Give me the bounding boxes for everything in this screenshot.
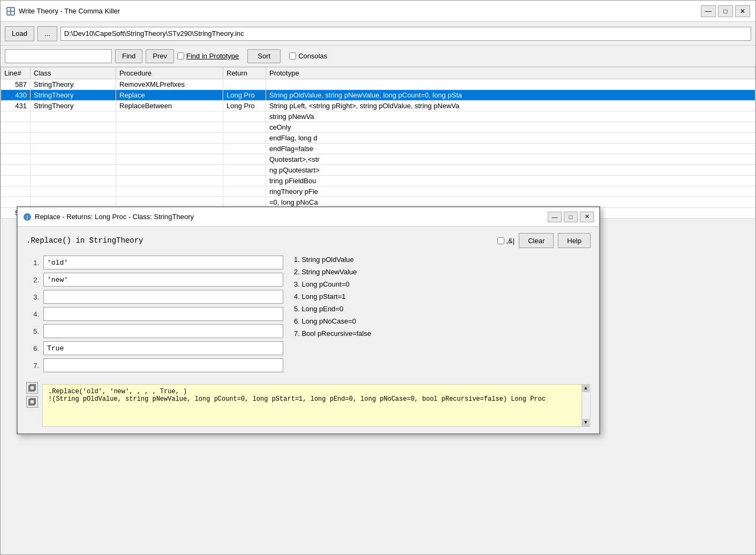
table-row[interactable]: Quotestart>,<str [1, 154, 755, 165]
popup-dialog: i Replace - Returns: Long Proc - Class: … [17, 206, 600, 434]
param-desc-4: 4. Long pStart=1 [294, 292, 591, 301]
cell-procedure [116, 144, 223, 154]
cell-prototype: tring pFieldBou [266, 176, 755, 186]
output-scrollbar[interactable]: ▲ ▼ [581, 385, 590, 426]
output-line-2: !(String pOldValue, string pNewValue, lo… [48, 395, 585, 403]
cell-prototype: endFlag=false [266, 144, 755, 154]
param-input-6[interactable] [43, 341, 283, 355]
close-button[interactable]: ✕ [735, 5, 750, 17]
param-input-7[interactable] [43, 358, 283, 372]
maximize-button[interactable]: □ [718, 5, 733, 17]
param-row-2: 2. [26, 273, 283, 287]
app-icon [6, 6, 16, 16]
cell-procedure [116, 176, 223, 186]
col-header-prototype: Prototype [266, 68, 755, 79]
param-input-5[interactable] [43, 324, 283, 338]
scroll-down-arrow[interactable]: ▼ [582, 419, 589, 426]
popup-checkbox-text: ,&| [506, 237, 515, 245]
main-window: Write Theory - The Comma Killer — □ ✕ Lo… [0, 0, 756, 555]
window-title: Write Theory - The Comma Killer [19, 7, 120, 15]
param-num-1: 1. [26, 259, 39, 267]
cell-return [223, 144, 266, 154]
table-row[interactable]: string pNewVa [1, 111, 755, 122]
table-row[interactable]: ng pQuotestart> [1, 165, 755, 176]
cell-prototype: Quotestart>,<str [266, 154, 755, 165]
cell-procedure [116, 111, 223, 122]
cell-procedure [116, 154, 223, 165]
cell-return [223, 79, 266, 90]
param-num-5: 5. [26, 327, 39, 335]
cell-return: Long Pro [223, 101, 266, 111]
table-wrapper: Line# Class Procedure Return Prototype 5… [1, 67, 755, 554]
output-normal-text: !(String pOldValue, string pNewValue, lo… [48, 395, 546, 403]
cell-return [223, 154, 266, 165]
param-input-2[interactable] [43, 273, 283, 287]
col-header-procedure: Procedure [116, 68, 223, 79]
cell-prototype: ceOnly [266, 122, 755, 133]
find-in-prototype-label: Find in Prototype [177, 52, 239, 60]
popup-header-row: .Replace() in StringTheory ,&| Clear Hel… [26, 233, 591, 248]
find-in-prototype-checkbox[interactable] [177, 52, 184, 59]
table-row[interactable]: endFlag, long d [1, 133, 755, 144]
param-desc-7: 7. Bool pRecursive=false [294, 329, 591, 338]
table-row[interactable]: ringTheory pFie [1, 186, 755, 197]
cell-prototype [266, 79, 755, 90]
scroll-up-arrow[interactable]: ▲ [582, 385, 589, 392]
path-field[interactable] [61, 27, 751, 41]
prev-button[interactable]: Prev [146, 49, 174, 63]
procedures-table: Line# Class Procedure Return Prototype 5… [1, 67, 755, 219]
cell-class: StringTheory [31, 101, 116, 111]
table-row[interactable]: ceOnly [1, 122, 755, 133]
consolas-checkbox[interactable] [289, 52, 296, 59]
cell-prototype: string pNewVa [266, 111, 755, 122]
table-row[interactable]: tring pFieldBou [1, 176, 755, 186]
param-num-6: 6. [26, 344, 39, 352]
param-input-3[interactable] [43, 290, 283, 304]
param-num-4: 4. [26, 310, 39, 318]
browse-button[interactable]: ... [37, 26, 57, 41]
cell-class [31, 122, 116, 133]
table-row[interactable]: 587 StringTheory RemoveXMLPrefixes [1, 79, 755, 90]
search-input[interactable] [5, 49, 112, 63]
svg-rect-3 [7, 12, 10, 14]
table-row[interactable]: 431 StringTheory ReplaceBetween Long Pro… [1, 101, 755, 111]
table-row[interactable]: endFlag=false [1, 144, 755, 154]
main-area[interactable]: Line# Class Procedure Return Prototype 5… [1, 67, 755, 554]
param-input-4[interactable] [43, 307, 283, 321]
cell-return: Long Pro [223, 90, 266, 101]
svg-rect-4 [11, 12, 14, 14]
sort-button[interactable]: Sort [247, 49, 281, 63]
load-button[interactable]: Load [5, 26, 34, 41]
popup-title-bar: i Replace - Returns: Long Proc - Class: … [18, 207, 599, 227]
table-row[interactable]: 430 StringTheory Replace Long Pro String… [1, 90, 755, 101]
svg-rect-1 [7, 8, 10, 11]
title-bar: Write Theory - The Comma Killer — □ ✕ [1, 1, 755, 22]
help-button[interactable]: Help [558, 233, 591, 248]
consolas-text: Consolas [298, 52, 327, 60]
param-row-7: 7. [26, 358, 283, 372]
cell-line: 430 [1, 90, 31, 101]
cell-return [223, 122, 266, 133]
clear-button[interactable]: Clear [519, 233, 554, 248]
cell-prototype: ringTheory pFie [266, 186, 755, 197]
copy-button-1[interactable] [26, 382, 38, 394]
find-in-prototype-text: Find in Prototype [186, 52, 239, 60]
output-highlight-text: .Replace('old', 'new', , , , True, ) [48, 388, 187, 395]
cell-line [1, 144, 31, 154]
cell-return [223, 111, 266, 122]
param-input-1[interactable] [43, 256, 283, 269]
cell-class [31, 144, 116, 154]
output-area: .Replace('old', 'new', , , , True, ) !(S… [42, 384, 591, 427]
popup-title-text: Replace - Returns: Long Proc - Class: St… [35, 213, 194, 221]
popup-minimize-button[interactable]: — [548, 212, 562, 222]
popup-checkbox-label: ,&| [497, 237, 515, 245]
popup-maximize-button[interactable]: □ [564, 212, 578, 222]
popup-checkbox[interactable] [497, 237, 504, 244]
popup-close-button[interactable]: ✕ [580, 212, 594, 222]
col-header-class: Class [31, 68, 116, 79]
find-button[interactable]: Find [115, 49, 142, 63]
minimize-button[interactable]: — [701, 5, 716, 17]
cell-return [223, 165, 266, 176]
copy-button-2[interactable] [26, 396, 38, 408]
cell-class [31, 186, 116, 197]
